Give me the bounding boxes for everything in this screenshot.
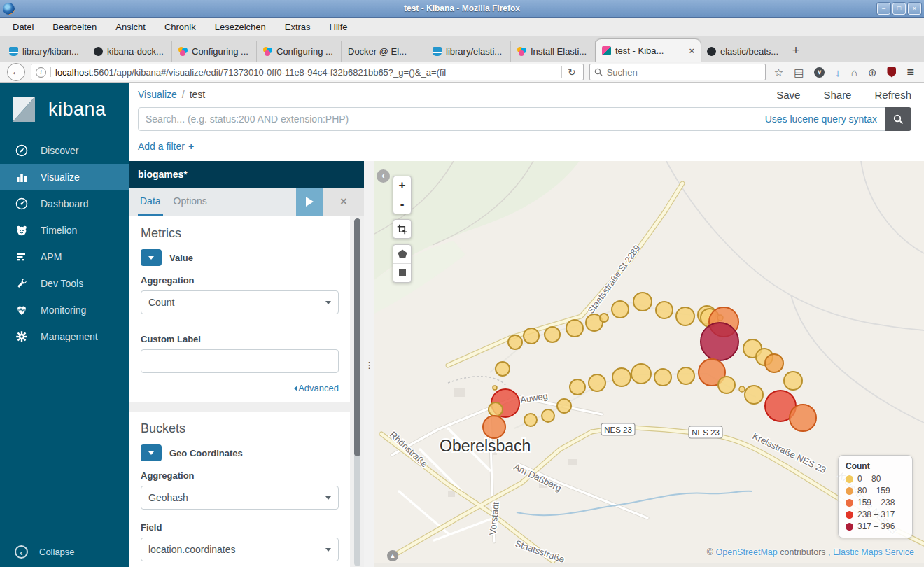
lucene-syntax-link[interactable]: Uses lucene query syntax — [765, 113, 877, 125]
geohash-bubble[interactable] — [612, 301, 629, 318]
tab-data[interactable]: Data — [138, 188, 163, 216]
draw-rectangle-icon[interactable] — [393, 263, 411, 282]
zoom-out-button[interactable]: - — [393, 195, 411, 214]
new-tab-button[interactable]: + — [785, 41, 806, 62]
browser-tab-6[interactable]: Install Elasti... — [511, 41, 596, 62]
tab-options[interactable]: Options — [172, 188, 209, 216]
browser-tab-0[interactable]: library/kiban... — [3, 41, 88, 62]
browser-search-input[interactable]: Suchen — [589, 64, 766, 80]
back-button[interactable]: ← — [7, 63, 25, 81]
bucket-aggregation-select[interactable]: Geohash — [141, 486, 339, 510]
close-button[interactable]: × — [908, 3, 921, 15]
geohash-bubble[interactable] — [654, 369, 671, 386]
browser-tab-1[interactable]: kibana-dock... — [88, 41, 172, 62]
map-misc-control-icon[interactable]: ▲ — [387, 550, 398, 561]
maximize-button[interactable]: □ — [892, 3, 906, 15]
geohash-bubble[interactable] — [589, 374, 606, 391]
browser-tab-5[interactable]: library/elasti... — [426, 41, 511, 62]
hamburger-menu-icon[interactable]: ≡ — [906, 65, 914, 80]
sidebar-item-management[interactable]: Management — [0, 323, 130, 350]
metric-toggle-button[interactable] — [141, 249, 162, 266]
refresh-button[interactable]: Refresh — [874, 89, 911, 101]
apply-changes-button[interactable] — [296, 188, 323, 216]
url-text[interactable]: localhost:5601/app/kibana#/visualize/edi… — [55, 67, 561, 78]
metric-row-label[interactable]: Value — [169, 253, 193, 263]
reload-icon[interactable]: ↻ — [561, 66, 579, 78]
menu-datei[interactable]: Datei — [13, 22, 34, 32]
menu-lesezeichen[interactable]: Lesezeichen — [215, 22, 266, 32]
menu-bearbeiten[interactable]: Bearbeiten — [52, 22, 97, 32]
crop-icon[interactable] — [393, 220, 411, 238]
browser-tab-2[interactable]: Configuring ... — [172, 41, 257, 62]
sidebar-item-timelion[interactable]: Timelion — [0, 217, 130, 244]
site-info-icon[interactable]: i — [36, 67, 46, 78]
geohash-bubble[interactable] — [496, 362, 510, 376]
sidebar-item-apm[interactable]: APM — [0, 244, 130, 270]
zoom-in-button[interactable]: + — [393, 176, 411, 195]
bucket-row-label[interactable]: Geo Coordinates — [169, 448, 243, 458]
geohash-bubble[interactable] — [612, 368, 631, 386]
menu-extras[interactable]: Extras — [285, 22, 311, 32]
coordinate-map[interactable]: AuwegRhönstraßeVorstadtAm DaßbergStaatss… — [374, 161, 924, 567]
add-filter-plus-icon[interactable]: + — [188, 141, 194, 152]
tab-close-icon[interactable]: × — [689, 46, 694, 56]
geohash-bubble[interactable] — [634, 293, 652, 311]
browser-tab-7[interactable]: test - Kiba...× — [596, 39, 701, 62]
browser-tab-8[interactable]: elastic/beats... — [701, 41, 785, 62]
menu-hilfe[interactable]: Hilfe — [330, 22, 348, 32]
sidebar-item-dev-tools[interactable]: Dev Tools — [0, 270, 130, 297]
geohash-bubble[interactable] — [566, 320, 583, 337]
geohash-bubble[interactable] — [489, 402, 503, 416]
advanced-toggle[interactable]: Advanced — [141, 383, 339, 393]
sidebar-item-visualize[interactable]: Visualize — [0, 164, 130, 190]
downloads-icon[interactable]: ↓ — [835, 67, 841, 78]
geohash-bubble[interactable] — [524, 328, 539, 344]
editor-scrollbar[interactable] — [354, 218, 360, 566]
geohash-bubble[interactable] — [739, 386, 745, 392]
geohash-bubble[interactable] — [600, 314, 608, 322]
share-button[interactable]: Share — [823, 89, 851, 101]
geohash-bubble[interactable] — [545, 327, 560, 342]
url-bar[interactable]: i localhost:5601/app/kibana#/visualize/e… — [31, 64, 584, 80]
ems-link[interactable]: Elastic Maps Service — [833, 547, 914, 557]
geohash-bubble[interactable] — [784, 372, 802, 390]
geohash-bubble[interactable] — [483, 416, 505, 438]
sidebar-collapse-button[interactable]: ‹ Collapse — [0, 539, 75, 564]
geohash-bubble[interactable] — [745, 386, 763, 404]
menu-ansicht[interactable]: Ansicht — [115, 22, 146, 32]
save-button[interactable]: Save — [776, 89, 800, 101]
bucket-toggle-button[interactable] — [141, 444, 162, 461]
browser-tab-3[interactable]: Configuring ... — [257, 41, 342, 62]
geohash-bubble[interactable] — [570, 379, 585, 395]
menu-chronik[interactable]: Chronik — [164, 22, 196, 32]
breadcrumb-visualize[interactable]: Visualize — [138, 89, 177, 100]
geohash-bubble[interactable] — [676, 307, 694, 326]
metric-aggregation-select[interactable]: Count — [141, 290, 339, 314]
geohash-bubble[interactable] — [508, 335, 522, 349]
extension-globe-icon[interactable]: ⊕ — [868, 67, 877, 78]
geohash-bubble[interactable] — [631, 364, 651, 384]
geohash-bubble[interactable] — [701, 323, 738, 360]
browser-tab-4[interactable]: Docker @ El... — [342, 41, 426, 62]
geohash-bubble[interactable] — [524, 414, 537, 426]
geohash-bubble[interactable] — [542, 410, 554, 422]
geohash-bubble[interactable] — [557, 399, 571, 413]
home-icon[interactable]: ⌂ — [851, 67, 858, 78]
osm-link[interactable]: OpenStreetMap — [716, 547, 778, 557]
sidebar-item-discover[interactable]: Discover — [0, 137, 130, 164]
bookmark-star-icon[interactable]: ☆ — [774, 67, 783, 78]
discard-changes-button[interactable]: × — [323, 188, 364, 216]
map-panel-collapse-icon[interactable]: ‹ — [377, 169, 390, 183]
minimize-button[interactable]: – — [877, 3, 890, 15]
add-filter-link[interactable]: Add a filter — [138, 141, 185, 152]
ublock-shield-icon[interactable] — [887, 67, 896, 78]
draw-polygon-icon[interactable] — [393, 245, 411, 263]
geohash-bubble[interactable] — [656, 302, 673, 318]
sidebar-item-monitoring[interactable]: Monitoring — [0, 297, 130, 323]
geohash-bubble[interactable] — [678, 368, 694, 384]
field-select[interactable]: location.coordinates — [141, 538, 339, 561]
scrollbar-thumb[interactable] — [354, 218, 360, 456]
sidebar-item-dashboard[interactable]: Dashboard — [0, 190, 130, 217]
query-search-button[interactable] — [886, 107, 911, 131]
geohash-bubble[interactable] — [790, 405, 816, 431]
